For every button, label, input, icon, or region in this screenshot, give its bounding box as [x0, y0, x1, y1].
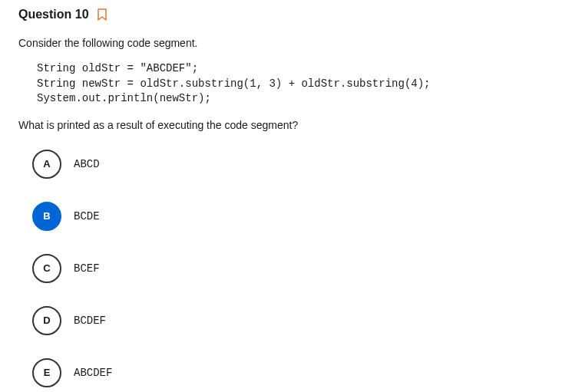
- question-text: What is printed as a result of executing…: [18, 119, 564, 131]
- option-c-text: BCEF: [74, 262, 100, 275]
- option-e[interactable]: E ABCDEF: [32, 358, 564, 387]
- option-e-text: ABCDEF: [74, 367, 112, 379]
- option-d-text: BCDEF: [74, 315, 106, 327]
- option-b[interactable]: B BCDE: [32, 202, 564, 231]
- option-c-letter: C: [32, 254, 61, 283]
- option-b-text: BCDE: [74, 210, 100, 222]
- question-title: Question 10: [18, 8, 89, 21]
- option-a-text: ABCD: [74, 158, 100, 170]
- option-c[interactable]: C BCEF: [32, 254, 564, 283]
- option-a-letter: A: [32, 150, 61, 179]
- option-d-letter: D: [32, 306, 61, 335]
- code-segment: String oldStr = "ABCDEF"; String newStr …: [37, 61, 564, 107]
- bookmark-icon[interactable]: [97, 8, 107, 21]
- option-a[interactable]: A ABCD: [32, 150, 564, 179]
- option-d[interactable]: D BCDEF: [32, 306, 564, 335]
- question-header: Question 10: [18, 8, 564, 21]
- option-e-letter: E: [32, 358, 61, 387]
- prompt-intro: Consider the following code segment.: [18, 37, 564, 49]
- option-b-letter: B: [32, 202, 61, 231]
- options-list: A ABCD B BCDE C BCEF D BCDEF E ABCDEF: [32, 150, 564, 387]
